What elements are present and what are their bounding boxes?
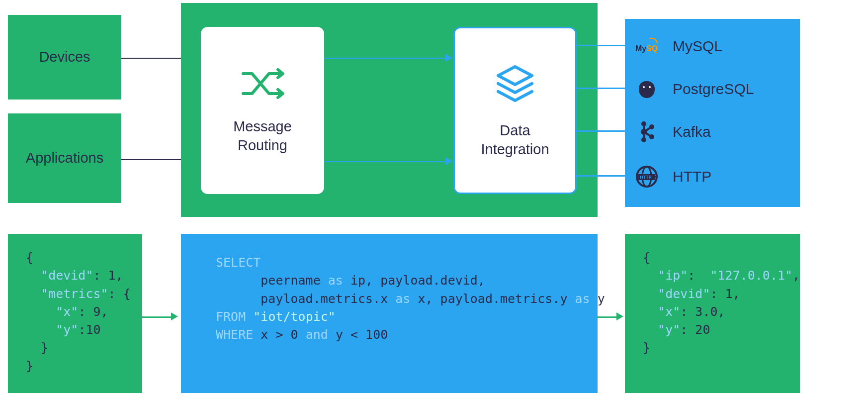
arrow-head-top [445, 54, 452, 62]
input-json: { "devid": 1, "metrics": { "x": 9, "y":1… [26, 249, 124, 375]
arrow-routing-to-integration-bottom [324, 161, 445, 162]
blue-stub-4 [577, 175, 625, 177]
shuffle-icon [240, 66, 285, 103]
destination-kafka: Kafka [635, 119, 784, 144]
svg-point-6 [649, 86, 651, 88]
destination-kafka-label: Kafka [673, 123, 711, 140]
svg-marker-2 [498, 67, 532, 85]
data-integration-label: Data Integration [481, 121, 549, 159]
destination-http-label: HTTP [673, 168, 711, 185]
destination-http: HTTP HTTP [635, 164, 784, 189]
postgresql-icon [635, 77, 659, 101]
blue-stub-1 [577, 45, 625, 46]
destination-mysql: My SQL MySQL [635, 34, 784, 59]
connector-devices-to-hub [121, 58, 181, 59]
blue-stub-3 [577, 130, 625, 132]
svg-text:My: My [635, 44, 646, 53]
data-integration-card: Data Integration [453, 27, 577, 194]
source-applications: Applications [8, 113, 121, 203]
sql-panel: SELECT peername as ip, payload.devid, pa… [181, 234, 598, 393]
arrow-sql-to-output [598, 316, 617, 318]
arrow-input-to-sql [142, 316, 172, 318]
destination-postgresql: PostgreSQL [635, 77, 784, 101]
svg-point-5 [643, 86, 645, 88]
source-devices: Devices [8, 15, 121, 100]
svg-text:HTTP: HTTP [640, 175, 652, 180]
output-json: { "ip": "127.0.0.1", "devid": 1, "x": 3.… [643, 249, 782, 357]
source-devices-label: Devices [39, 48, 90, 67]
arrow-head-bottom [445, 157, 452, 165]
blue-stub-2 [577, 88, 625, 89]
connector-applications-to-hub [121, 159, 181, 160]
message-routing-label: Message Routing [233, 117, 292, 155]
sql-code: SELECT peername as ip, payload.devid, pa… [216, 254, 563, 344]
http-icon: HTTP [635, 165, 659, 189]
svg-text:SQL: SQL [646, 44, 658, 53]
layers-icon [493, 62, 537, 107]
arrow-head-output [616, 312, 623, 320]
arrow-head-input [171, 312, 178, 320]
message-routing-card: Message Routing [201, 27, 324, 194]
source-applications-label: Applications [26, 149, 103, 168]
destination-postgresql-label: PostgreSQL [673, 81, 754, 98]
output-json-panel: { "ip": "127.0.0.1", "devid": 1, "x": 3.… [625, 234, 800, 393]
arrow-routing-to-integration-top [324, 58, 445, 59]
destination-mysql-label: MySQL [673, 38, 722, 55]
kafka-icon [635, 120, 659, 144]
input-json-panel: { "devid": 1, "metrics": { "x": 9, "y":1… [8, 234, 142, 393]
mysql-icon: My SQL [635, 34, 659, 58]
